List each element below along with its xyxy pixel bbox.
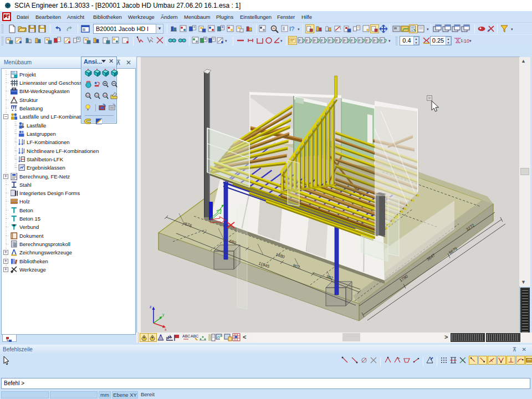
svg-text:x: x xyxy=(165,328,167,331)
svg-text:F: F xyxy=(321,39,323,43)
svg-text:F: F xyxy=(344,39,346,43)
svg-text:z: z xyxy=(150,305,152,309)
svg-text:F: F xyxy=(359,39,361,43)
svg-text:F: F xyxy=(314,39,316,43)
svg-text:F: F xyxy=(366,39,368,43)
svg-text:F: F xyxy=(299,39,301,43)
svg-text:ABC: ABC xyxy=(182,334,190,338)
svg-text:ABC: ABC xyxy=(191,334,198,338)
svg-text:F: F xyxy=(381,39,383,43)
svg-text:10: 10 xyxy=(464,38,469,44)
svg-text:I?: I? xyxy=(289,25,294,32)
svg-text:y: y xyxy=(162,313,165,317)
svg-text:F: F xyxy=(329,39,331,43)
svg-text:F: F xyxy=(351,39,353,43)
svg-text:F: F xyxy=(374,39,376,43)
svg-text:F: F xyxy=(306,39,308,43)
svg-text:F: F xyxy=(336,39,338,43)
